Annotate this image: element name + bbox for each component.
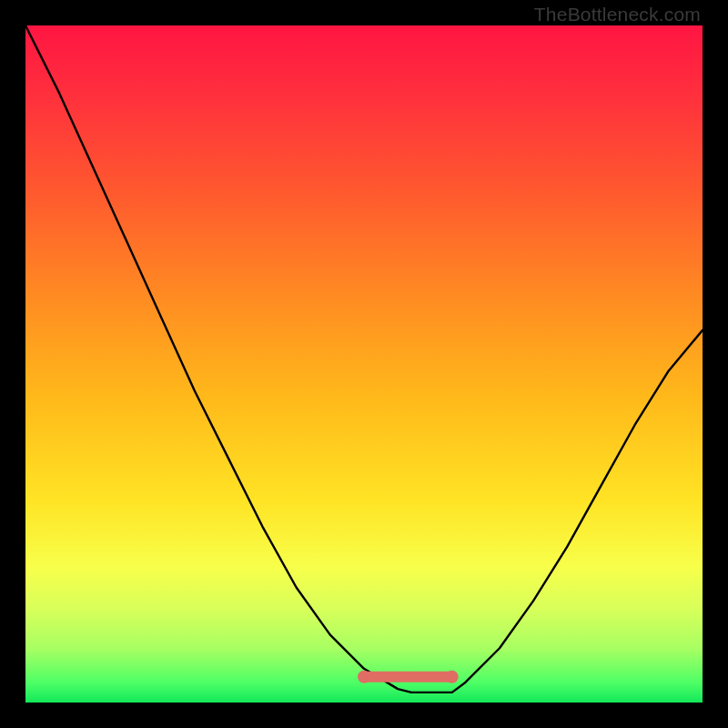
plot-area	[25, 25, 703, 703]
series-bottleneck-curve	[25, 25, 703, 693]
annotation-endpoint	[358, 671, 370, 683]
chart-frame: TheBottleneck.com	[0, 0, 728, 728]
attribution-text: TheBottleneck.com	[534, 4, 701, 25]
annotation-endpoint	[446, 671, 459, 683]
curve-overlay	[25, 25, 703, 703]
